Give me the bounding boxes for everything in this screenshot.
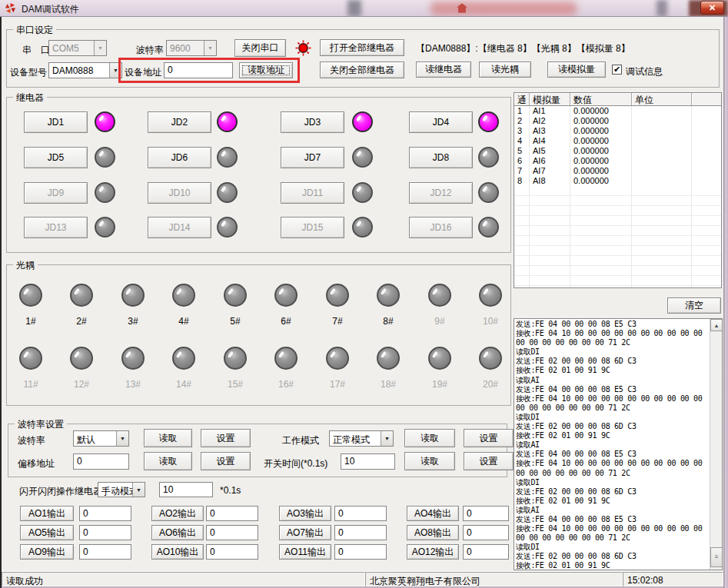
- ao8-value-input[interactable]: 0: [463, 525, 509, 540]
- debug-info-checkbox[interactable]: ✔: [612, 65, 622, 75]
- ao2-output-button[interactable]: AO2输出: [151, 506, 204, 521]
- relay-button-jd7[interactable]: JD7: [281, 147, 344, 168]
- ao2-value-input[interactable]: 0: [206, 506, 258, 521]
- ao7-output-button[interactable]: AO7输出: [279, 525, 331, 540]
- opto-led-8: [377, 284, 400, 307]
- relay-button-jd10[interactable]: JD10: [148, 182, 211, 204]
- ao8-output-button[interactable]: AO8输出: [407, 525, 459, 540]
- work-mode-read-button[interactable]: 读取: [404, 429, 455, 447]
- relay-button-jd2[interactable]: JD2: [148, 111, 211, 133]
- relay-button-jd16[interactable]: JD16: [409, 217, 473, 238]
- device-address-input[interactable]: 0: [164, 62, 233, 78]
- offset-address-input[interactable]: 0: [73, 453, 129, 470]
- close-serial-button[interactable]: 关闭串口: [234, 39, 286, 57]
- ao11-output-button[interactable]: AO11输出: [279, 544, 331, 560]
- cell-value: 0.000000: [570, 156, 632, 166]
- ao10-value-input[interactable]: 0: [206, 544, 258, 560]
- cell-value: 0.000000: [570, 146, 632, 156]
- ao3-value-input[interactable]: 0: [334, 506, 387, 521]
- ao7-value-input[interactable]: 0: [334, 525, 387, 540]
- relay-button-jd5[interactable]: JD5: [24, 147, 88, 168]
- baud-select[interactable]: 9600 ▼: [166, 40, 217, 56]
- cell-unit: [632, 126, 692, 136]
- relay-button-jd1[interactable]: JD1: [24, 111, 88, 133]
- scroll-up-icon[interactable]: ▲: [710, 319, 723, 331]
- switch-time-input[interactable]: 10: [341, 453, 395, 470]
- relay-button-jd9[interactable]: JD9: [24, 182, 88, 204]
- relay-button-jd4[interactable]: JD4: [409, 111, 473, 133]
- relay-button-jd15[interactable]: JD15: [281, 217, 344, 238]
- cell-analog: AI3: [530, 126, 570, 136]
- com-port-select[interactable]: COM5 ▼: [48, 40, 107, 56]
- ao1-value-input[interactable]: 0: [79, 506, 131, 521]
- ao11-value-input[interactable]: 0: [334, 544, 387, 560]
- ao3-output-button[interactable]: AO3输出: [279, 506, 331, 521]
- flash-mode-select[interactable]: 手动模式 ▼: [98, 482, 145, 497]
- clear-log-button[interactable]: 清空: [667, 297, 721, 314]
- read-address-button[interactable]: 读取地址: [239, 62, 293, 78]
- table-row: 5 AI5 0.000000: [514, 146, 721, 156]
- relay-button-jd12[interactable]: JD12: [409, 182, 473, 204]
- relay-button-jd13[interactable]: JD13: [24, 217, 88, 238]
- ao5-output-button[interactable]: AO5输出: [20, 525, 74, 540]
- ao9-value-input[interactable]: 0: [79, 544, 131, 560]
- baud-value: 9600: [170, 43, 191, 54]
- baud-setting-select[interactable]: 默认 ▼: [73, 430, 129, 447]
- serial-open-indicator-icon: [295, 40, 311, 56]
- relay-led-jd13: [95, 217, 115, 238]
- cell-unit: [632, 116, 692, 126]
- cell-unit: [632, 136, 692, 146]
- relay-button-jd6[interactable]: JD6: [148, 147, 211, 168]
- offset-set-button[interactable]: 设置: [201, 452, 251, 470]
- ao6-value-input[interactable]: 0: [206, 525, 258, 540]
- baud-set-button[interactable]: 设置: [201, 429, 251, 447]
- close-icon[interactable]: ✕: [700, 1, 724, 15]
- switch-time-read-button[interactable]: 读取: [404, 452, 455, 470]
- ao6-output-button[interactable]: AO6输出: [151, 525, 204, 540]
- chevron-down-icon: ▼: [94, 41, 106, 55]
- work-mode-select[interactable]: 正常模式 ▼: [329, 430, 394, 447]
- relay-button-jd3[interactable]: JD3: [281, 111, 344, 133]
- relay-led-jd16: [478, 217, 499, 238]
- ao12-value-input[interactable]: 0: [463, 544, 509, 560]
- ao4-output-button[interactable]: AO4输出: [407, 506, 459, 521]
- relay-button-jd14[interactable]: JD14: [148, 217, 211, 238]
- col-header-unit[interactable]: 单位: [632, 93, 692, 105]
- col-header-channel[interactable]: 通: [514, 93, 530, 105]
- open-all-relays-button[interactable]: 打开全部继电器: [320, 39, 404, 56]
- ao4-value-input[interactable]: 0: [463, 506, 509, 521]
- opto-label-11: 11#: [19, 379, 42, 390]
- relay-led-jd6: [217, 147, 238, 168]
- opto-led-11: [19, 347, 42, 370]
- debug-log[interactable]: 发送:FE 04 00 00 00 08 E5 C3接收:FE 04 10 00…: [514, 318, 723, 570]
- relay-button-jd11[interactable]: JD11: [281, 182, 344, 204]
- col-header-value[interactable]: 数值: [570, 93, 632, 105]
- flash-time-input[interactable]: 10: [159, 482, 213, 497]
- offset-read-button[interactable]: 读取: [144, 452, 192, 470]
- read-opto-button[interactable]: 读光耦: [479, 61, 531, 78]
- ao9-output-button[interactable]: AO9输出: [20, 544, 74, 560]
- work-mode-set-button[interactable]: 设置: [464, 429, 514, 447]
- chevron-down-icon: ▼: [132, 483, 145, 497]
- relay-led-jd7: [352, 147, 373, 168]
- baud-settings-group-label: 波特率设置: [15, 418, 67, 431]
- baud-read-button[interactable]: 读取: [144, 429, 192, 447]
- ao12-output-button[interactable]: AO12输出: [407, 544, 459, 560]
- read-relay-button[interactable]: 读继电器: [416, 61, 471, 78]
- read-analog-button[interactable]: 读模拟量: [547, 61, 606, 78]
- cell-value: 0.000000: [570, 166, 632, 176]
- col-header-analog[interactable]: 模拟量: [530, 93, 570, 105]
- flash-operation-label: 闪开闪闭操作继电器: [19, 485, 102, 498]
- ao5-value-input[interactable]: 0: [79, 525, 131, 540]
- relay-button-jd8[interactable]: JD8: [409, 147, 473, 168]
- model-select[interactable]: DAM0888 ▼: [48, 62, 122, 78]
- scrollbar-thumb[interactable]: ≡: [710, 547, 723, 567]
- cell-channel: 3: [514, 126, 530, 136]
- ao1-output-button[interactable]: AO1输出: [20, 506, 74, 521]
- log-scrollbar[interactable]: ▲ ≡: [710, 319, 722, 570]
- switch-time-set-button[interactable]: 设置: [464, 452, 514, 470]
- debug-info-label: 调试信息: [626, 65, 663, 78]
- ao10-output-button[interactable]: AO10输出: [151, 544, 204, 560]
- close-all-relays-button[interactable]: 关闭全部继电器: [320, 61, 404, 78]
- cell-analog: AI1: [530, 106, 570, 116]
